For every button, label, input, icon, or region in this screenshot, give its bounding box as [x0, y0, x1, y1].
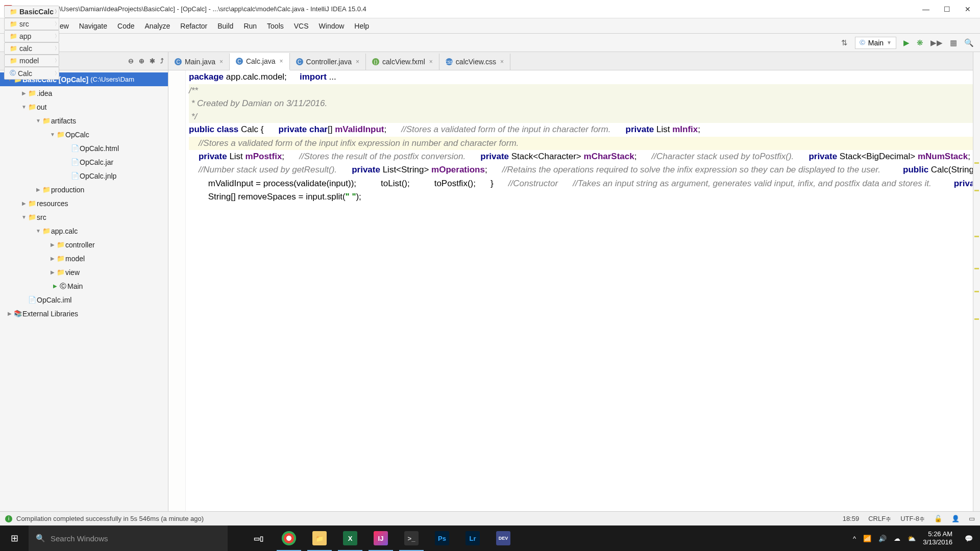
tree-arrow-icon[interactable]: ▶: [49, 269, 56, 275]
tree-node[interactable]: ▼📁src: [0, 210, 168, 224]
taskbar-terminal[interactable]: >_: [396, 525, 427, 551]
maximize-icon[interactable]: ☐: [944, 5, 950, 13]
tree-node[interactable]: 📄OpCalc.iml: [0, 293, 168, 307]
volume-icon[interactable]: 🔊: [878, 535, 887, 542]
menu-run[interactable]: Run: [238, 20, 262, 32]
tree-node[interactable]: ▶📁.idea: [0, 86, 168, 100]
tree-node[interactable]: ▶📁production: [0, 183, 168, 196]
line-separator[interactable]: CRLF≑: [868, 515, 891, 522]
taskbar-devcpp[interactable]: DEV: [488, 525, 519, 551]
tree-arrow-icon[interactable]: ▼: [35, 228, 42, 234]
breadcrumb-item[interactable]: 📁calc: [4, 42, 59, 55]
onedrive-icon[interactable]: ☁: [894, 535, 900, 542]
tray-chevron-icon[interactable]: ^: [853, 535, 856, 542]
tree-arrow-icon[interactable]: ▶: [20, 90, 28, 96]
menu-window[interactable]: Window: [314, 20, 350, 32]
tree-node[interactable]: ▶📁controller: [0, 238, 168, 252]
editor-marker-strip[interactable]: [973, 52, 980, 511]
tree-node[interactable]: ▶📁view: [0, 265, 168, 279]
tree-node[interactable]: 📄OpCalc.jnlp: [0, 169, 168, 183]
editor-tab[interactable]: csscalcView.css×: [439, 54, 510, 70]
tree-node[interactable]: ▼📁app.calc: [0, 224, 168, 238]
tree-arrow-icon[interactable]: ▼: [49, 132, 56, 137]
project-tree[interactable]: ▼📁BasicCalc [OpCalc](C:\Users\Dam▶📁.idea…: [0, 70, 168, 511]
sync-icon[interactable]: ⇅: [841, 38, 848, 47]
weather-icon[interactable]: ⛅: [908, 535, 916, 542]
tree-arrow-icon[interactable]: ▶: [35, 187, 42, 192]
editor-tab[interactable]: ⟨⟩calcView.fxml×: [366, 54, 439, 70]
taskbar-intellij[interactable]: IJ: [365, 525, 396, 551]
tab-close-icon[interactable]: ×: [280, 58, 283, 65]
run-config-label: Main: [868, 39, 884, 47]
menu-build[interactable]: Build: [212, 20, 238, 32]
layout-icon[interactable]: ▦: [950, 38, 957, 47]
wifi-icon[interactable]: 📶: [863, 535, 871, 542]
taskbar-search[interactable]: 🔍 Search Windows: [29, 525, 228, 551]
menu-vcs[interactable]: VCS: [289, 20, 314, 32]
tree-node[interactable]: ▶📚External Libraries: [0, 307, 168, 320]
hector-icon[interactable]: 👤: [951, 515, 960, 522]
file-encoding[interactable]: UTF-8≑: [900, 515, 925, 522]
menu-analyze[interactable]: Analyze: [140, 20, 176, 32]
breadcrumb-item[interactable]: 📁src: [4, 18, 59, 30]
system-tray[interactable]: ^ 📶 🔊 ☁ ⛅ 5:26 AM 3/13/2016 💬: [853, 530, 980, 546]
tree-arrow-icon[interactable]: ▶: [20, 201, 28, 206]
menu-help[interactable]: Help: [349, 20, 374, 32]
start-button[interactable]: ⊞: [0, 525, 29, 551]
collapse-icon[interactable]: ⊖: [128, 57, 134, 65]
taskbar-explorer[interactable]: 📁: [304, 525, 335, 551]
tree-arrow-icon[interactable]: ▶: [49, 242, 56, 247]
tab-close-icon[interactable]: ×: [429, 58, 433, 65]
tree-arrow-icon[interactable]: ▼: [35, 118, 42, 123]
gear-icon[interactable]: ✱: [150, 57, 155, 65]
tree-node[interactable]: ▼📁OpCalc: [0, 128, 168, 141]
menu-code[interactable]: Code: [112, 20, 139, 32]
run-icon[interactable]: ▶: [903, 38, 910, 47]
minimize-icon[interactable]: —: [922, 5, 929, 13]
taskbar-chrome[interactable]: [274, 525, 304, 551]
editor-tab[interactable]: CMain.java×: [168, 54, 230, 70]
tree-arrow-icon[interactable]: ▶: [6, 311, 13, 316]
search-icon[interactable]: 🔍: [964, 38, 974, 47]
tree-arrow-icon[interactable]: ▼: [20, 104, 28, 110]
target-icon[interactable]: ⊕: [139, 57, 144, 65]
tab-close-icon[interactable]: ×: [219, 58, 223, 65]
editor-tab[interactable]: CCalc.java×: [230, 53, 290, 70]
breadcrumb-item[interactable]: 📁BasicCalc: [4, 6, 59, 18]
task-view-button[interactable]: ▭▯: [243, 525, 274, 551]
tab-close-icon[interactable]: ×: [500, 58, 504, 65]
notifications-icon[interactable]: 💬: [965, 535, 977, 542]
caret-position[interactable]: 18:59: [843, 515, 860, 522]
breadcrumb-item[interactable]: 📁model: [4, 55, 59, 67]
tree-arrow-icon[interactable]: ▶: [49, 256, 56, 261]
menu-tools[interactable]: Tools: [262, 20, 289, 32]
tree-node[interactable]: 📄OpCalc.jar: [0, 155, 168, 169]
tree-node-icon: 📁: [56, 268, 65, 276]
tree-node[interactable]: ▶📁model: [0, 252, 168, 265]
code-editor[interactable]: package app.calc.model; import ... /** *…: [168, 70, 973, 511]
menu-navigate[interactable]: Navigate: [74, 20, 112, 32]
breadcrumb-item[interactable]: ⒸCalc: [4, 67, 59, 80]
tree-node-icon: 📁: [42, 117, 51, 124]
taskbar-lightroom[interactable]: Lr: [457, 525, 488, 551]
run-configuration-dropdown[interactable]: Ⓒ Main ▼: [855, 37, 896, 49]
taskbar-excel[interactable]: X: [335, 525, 365, 551]
tree-arrow-icon[interactable]: ▼: [20, 214, 28, 220]
taskbar-clock[interactable]: 5:26 AM 3/13/2016: [923, 530, 958, 546]
close-icon[interactable]: ✕: [965, 5, 971, 13]
tree-node[interactable]: ▼📁out: [0, 100, 168, 114]
tree-node[interactable]: ▶ⒸMain: [0, 279, 168, 293]
menu-refactor[interactable]: Refactor: [175, 20, 212, 32]
debug-icon[interactable]: ❋: [917, 38, 923, 47]
tree-node[interactable]: ▼📁artifacts: [0, 114, 168, 128]
taskbar-photoshop[interactable]: Ps: [427, 525, 457, 551]
editor-tab[interactable]: CController.java×: [290, 54, 366, 70]
memory-indicator[interactable]: ▭: [969, 515, 975, 522]
tree-node[interactable]: 📄OpCalc.html: [0, 141, 168, 155]
hide-icon[interactable]: ⤴: [160, 57, 164, 65]
tab-close-icon[interactable]: ×: [356, 58, 359, 65]
coverage-icon[interactable]: ▶▶: [930, 38, 943, 47]
tree-node[interactable]: ▶📁resources: [0, 196, 168, 210]
lock-icon[interactable]: 🔓: [934, 515, 942, 522]
breadcrumb-item[interactable]: 📁app: [4, 30, 59, 42]
